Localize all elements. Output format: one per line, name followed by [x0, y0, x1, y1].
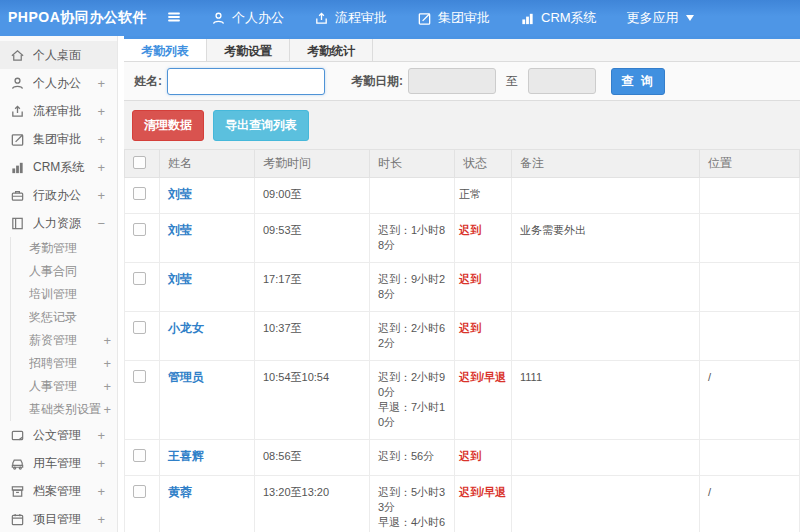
- sidebar-item-label: 流程审批: [33, 103, 95, 120]
- sidebar-item-project-mgmt[interactable]: 项目管理+: [0, 505, 117, 532]
- tab-attendance-settings[interactable]: 考勤设置: [207, 39, 290, 61]
- sidebar-item-vehicle-mgmt[interactable]: 用车管理+: [0, 449, 117, 477]
- filter-bar: 姓名: 考勤日期: 至 查 询: [124, 62, 800, 101]
- expander-icon[interactable]: +: [95, 132, 111, 147]
- table-row: 刘莹09:53至迟到：1小时88分迟到业务需要外出: [125, 214, 800, 263]
- clean-data-button[interactable]: 清理数据: [132, 110, 204, 141]
- sidebar-item-workflow-approval[interactable]: 流程审批+: [0, 97, 117, 125]
- row-checkbox[interactable]: [133, 485, 146, 498]
- date-from-input[interactable]: [408, 68, 496, 94]
- sidebar-submenu: 考勤管理人事合同培训管理奖惩记录薪资管理+招聘管理+人事管理+基础类别设置+: [10, 237, 117, 421]
- checkbox-cell: [125, 476, 160, 532]
- nav-item-group-approval[interactable]: 集团审批: [402, 0, 505, 36]
- nav-item-more-apps[interactable]: 更多应用: [612, 0, 709, 36]
- name-input[interactable]: [167, 68, 325, 95]
- sidebar-subitem-salary-mgmt[interactable]: 薪资管理+: [11, 329, 117, 352]
- attendance-date-label: 考勤日期:: [351, 73, 403, 90]
- expander-icon[interactable]: +: [95, 76, 111, 91]
- row-checkbox[interactable]: [133, 321, 146, 334]
- cell-attendance-time: 13:20至13:20: [255, 476, 370, 532]
- sidebar-item-crm-system[interactable]: CRM系统+: [0, 153, 117, 181]
- sidebar-subitem-label: 考勤管理: [29, 240, 117, 257]
- row-checkbox[interactable]: [133, 223, 146, 236]
- sidebar-item-human-resources[interactable]: 人力资源−: [0, 209, 117, 237]
- expander-icon[interactable]: +: [95, 428, 111, 443]
- employee-name-link[interactable]: 管理员: [168, 370, 204, 384]
- nav-item-crm-system[interactable]: CRM系统: [505, 0, 612, 36]
- sidebar-subitem-recruit-mgmt[interactable]: 招聘管理+: [11, 352, 117, 375]
- hamburger-menu-button[interactable]: [152, 0, 196, 36]
- expander-icon[interactable]: +: [95, 160, 111, 175]
- sidebar-item-archive-mgmt[interactable]: 档案管理+: [0, 477, 117, 505]
- employee-name-link[interactable]: 刘莹: [168, 223, 192, 237]
- expander-icon[interactable]: +: [101, 379, 117, 394]
- table-row: 王喜辉08:56至迟到：56分迟到: [125, 440, 800, 476]
- sidebar-subitem-attendance-mgmt[interactable]: 考勤管理: [11, 237, 117, 260]
- cell-status: 正常: [455, 178, 512, 214]
- checkbox-cell: [125, 440, 160, 476]
- sidebar-item-document-mgmt[interactable]: 公文管理+: [0, 421, 117, 449]
- sidebar-subitem-training-mgmt[interactable]: 培训管理: [11, 283, 117, 306]
- sidebar-item-personal-desktop[interactable]: 个人桌面: [0, 41, 117, 69]
- cell-duration: 迟到：5小时33分早退：4小时67分: [370, 476, 455, 532]
- table-row: 刘莹17:17至迟到：9小时28分迟到: [125, 263, 800, 312]
- duration-line: 早退：4小时67分: [378, 515, 446, 532]
- select-all-checkbox[interactable]: [133, 156, 146, 169]
- nav-item-personal-office[interactable]: 个人办公: [196, 0, 299, 36]
- sidebar-subitem-basic-category[interactable]: 基础类别设置+: [11, 398, 117, 421]
- cell-duration: 迟到：2小时62分: [370, 312, 455, 361]
- expander-icon[interactable]: +: [95, 188, 111, 203]
- cell-status: 迟到/早退: [455, 476, 512, 532]
- expander-icon[interactable]: −: [95, 216, 111, 231]
- cell-location: /: [700, 361, 800, 440]
- sidebar-item-label: 行政办公: [33, 187, 95, 204]
- tab-bar: 考勤列表考勤设置考勤统计: [124, 36, 800, 62]
- cell-attendance-time: 08:56至: [255, 440, 370, 476]
- tab-attendance-stats[interactable]: 考勤统计: [290, 39, 373, 61]
- employee-name-link[interactable]: 黄蓉: [168, 485, 192, 499]
- hamburger-icon: [166, 9, 182, 28]
- tab-attendance-list[interactable]: 考勤列表: [124, 39, 207, 61]
- expander-icon[interactable]: +: [95, 484, 111, 499]
- table-row: 小龙女10:37至迟到：2小时62分迟到: [125, 312, 800, 361]
- cell-note: [512, 178, 700, 214]
- doc-icon: [10, 427, 26, 443]
- duration-line: 迟到：5小时33分: [378, 485, 446, 515]
- expander-icon[interactable]: +: [95, 104, 111, 119]
- sidebar-subitem-personnel-mgmt[interactable]: 人事管理+: [11, 375, 117, 398]
- export-list-button[interactable]: 导出查询列表: [213, 110, 309, 141]
- sidebar-subitem-reward-punishment[interactable]: 奖惩记录: [11, 306, 117, 329]
- expander-icon[interactable]: +: [101, 356, 117, 371]
- search-button[interactable]: 查 询: [611, 68, 665, 95]
- page: PHPOA协同办公软件 个人办公流程审批集团审批CRM系统更多应用 个人桌面个人…: [0, 0, 800, 532]
- expander-icon[interactable]: +: [95, 512, 111, 527]
- expander-icon[interactable]: +: [101, 402, 117, 417]
- row-checkbox[interactable]: [133, 187, 146, 200]
- row-checkbox[interactable]: [133, 370, 146, 383]
- sidebar-item-personal-office[interactable]: 个人办公+: [0, 69, 117, 97]
- date-to-input[interactable]: [528, 68, 596, 94]
- flow-icon: [314, 11, 329, 26]
- employee-name-link[interactable]: 小龙女: [168, 321, 204, 335]
- nav-item-workflow-approval[interactable]: 流程审批: [299, 0, 402, 36]
- sidebar-item-group-approval[interactable]: 集团审批+: [0, 125, 117, 153]
- user-icon: [211, 11, 226, 26]
- checkbox-cell: [125, 312, 160, 361]
- cell-note: 业务需要外出: [512, 214, 700, 263]
- sidebar-item-label: 项目管理: [33, 511, 95, 528]
- employee-name-link[interactable]: 刘莹: [168, 272, 192, 286]
- column-header: 时长: [370, 150, 455, 178]
- expander-icon[interactable]: +: [101, 333, 117, 348]
- nav-item-label: 个人办公: [232, 9, 284, 27]
- sidebar-item-admin-office[interactable]: 行政办公+: [0, 181, 117, 209]
- row-checkbox[interactable]: [133, 272, 146, 285]
- employee-name-link[interactable]: 刘莹: [168, 187, 192, 201]
- expander-icon[interactable]: +: [95, 456, 111, 471]
- cell-duration: 迟到：2小时90分早退：7小时10分: [370, 361, 455, 440]
- row-checkbox[interactable]: [133, 449, 146, 462]
- sidebar-subitem-hr-contract[interactable]: 人事合同: [11, 260, 117, 283]
- employee-name-link[interactable]: 王喜辉: [168, 449, 204, 463]
- header-nav: 个人办公流程审批集团审批CRM系统更多应用: [196, 0, 709, 36]
- name-label: 姓名:: [134, 73, 162, 90]
- cell-location: [700, 214, 800, 263]
